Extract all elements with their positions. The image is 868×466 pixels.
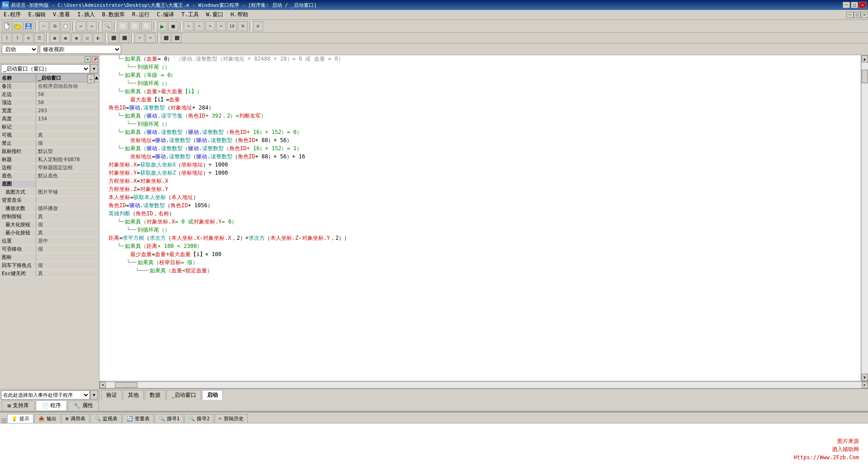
tb2-6[interactable]: ▦ [61,33,71,43]
scroll-up-arrow[interactable]: ▲ [862,55,868,62]
panel-close-btn[interactable]: × [85,56,91,62]
tb-view2[interactable]: ⬜ [129,21,140,31]
prop-row-loopcount[interactable]: 播放次数循环播放 [0,204,99,213]
bottom-pin-btn[interactable]: × [2,418,6,423]
close-button[interactable]: ✕ [859,2,866,8]
tb-stop[interactable]: ■ [168,21,178,31]
menu-minimize-btn[interactable]: ─ [846,12,854,18]
prop-row-border[interactable]: 边框窄标题固定边框 [0,164,99,172]
tb-view3[interactable]: ⬜ [141,21,152,31]
menu-run[interactable]: R.运行 [128,10,153,19]
prop-row-caption[interactable]: 标题私人定制批卡Q878 [0,156,99,164]
tb-run[interactable]: ▶ [157,21,167,31]
menu-close-btn[interactable]: ✕ [861,12,868,18]
tb2-11[interactable]: ⬛ [119,33,129,43]
tb2-10[interactable]: ⬛ [108,33,118,43]
prop-row-note[interactable]: 备注在程序启动后自动 [0,82,99,90]
tab-calltable[interactable]: ⊞ 调用表 [61,414,90,423]
tb-save[interactable] [24,21,33,31]
event-btn[interactable]: ▼ [90,390,98,399]
tb-redo[interactable]: ↪ [87,21,97,31]
tb-search[interactable]: 🔍 [102,21,112,31]
tab-program[interactable]: 📄 程序 [36,400,67,410]
menu-database[interactable]: B.数据库 [99,10,128,19]
event-dropdown[interactable]: 在此处选择加入事件处理子程序 [1,390,90,399]
props-more-btn[interactable]: … [87,74,94,83]
prop-row-visible[interactable]: 可视真 [0,131,99,139]
code-editor[interactable]: └─ 如果真（血量 = 0）'（驱动.读整数型（对象地址 + 82488 + 2… [99,55,861,381]
tb2-2[interactable]: ┤ [13,33,23,43]
tab-watch[interactable]: 🔍 监视表 [90,414,122,423]
tab-startup-window[interactable]: _启动窗口 [166,390,201,400]
menu-window[interactable]: W.窗口 [203,10,227,19]
prop-row-disabled[interactable]: 禁止假 [0,139,99,147]
tb2-7[interactable]: ▣ [71,33,81,43]
prop-row-top[interactable]: 顶边50 [0,99,99,107]
tab-search2[interactable]: 🔍 搜寻2 [184,414,214,423]
tb2-1[interactable]: ├ [2,33,12,43]
tab-data[interactable]: 数据 [145,390,165,400]
menu-insert[interactable]: I.插入 [74,10,98,19]
tb2-8[interactable]: ◫ [82,33,92,43]
h-scroll-right[interactable]: ► [862,382,868,388]
tb-debug3[interactable]: ↷ [205,21,215,31]
prop-row-bgmusic[interactable]: 背景音乐 [0,196,99,204]
menu-compile[interactable]: C.编译 [153,10,178,19]
tb-new[interactable] [2,21,12,31]
tab-validate[interactable]: 验证 [101,390,122,400]
window-dropdown[interactable]: _启动窗口（窗口） [1,64,90,73]
h-scroll-left[interactable]: ◄ [99,382,106,388]
tb2-13[interactable]: ➡ [146,33,156,43]
tb-debug1[interactable]: ↷ [184,21,193,31]
tb-cut[interactable]: ✂ [39,21,49,31]
menu-view[interactable]: V.查看 [49,10,74,19]
tb-view1[interactable]: ⬜ [118,21,128,31]
menu-help[interactable]: H.帮助 [227,10,251,19]
panel-pin-btn[interactable]: 📌 [92,56,98,62]
tab-search1[interactable]: 🔍 搜寻1 [155,414,184,423]
scroll-thumb[interactable] [862,70,868,83]
tab-vars[interactable]: 🔄 变量表 [123,414,154,423]
prop-row-icon[interactable]: 图标 [0,253,99,262]
prop-row-maxbtn[interactable]: 最大化按钮假 [0,221,99,229]
tb-extra[interactable]: ⚙ [253,21,263,31]
tb-copy[interactable]: ⧉ [50,21,60,31]
tb-paste[interactable]: 📋 [61,21,71,31]
tab-startup[interactable]: 启动 [202,390,223,400]
prop-row-movable[interactable]: 可否移动假 [0,245,99,253]
tab-hint[interactable]: 💡 提示 [7,414,33,423]
prop-row-bgimg[interactable]: 底图 [0,180,99,188]
menu-edit[interactable]: E.编辑 [24,10,49,19]
view-select[interactable]: 修改视距 [40,45,121,54]
minimize-button[interactable]: ─ [843,2,850,8]
tb2-14[interactable]: ⬛ [161,33,171,43]
prop-row-pos[interactable]: 位置居中 [0,237,99,245]
tb-debug5[interactable]: 10 [227,21,237,31]
tb2-12[interactable]: ⬅ [135,33,145,43]
h-scroll-thumb[interactable] [115,382,137,388]
menu-tools[interactable]: T.工具 [178,10,202,19]
prop-row-bgimgmode[interactable]: 底图方式图片平铺 [0,188,99,196]
code-vertical-scrollbar[interactable]: ▲ ▼ [861,55,868,381]
prop-row-width[interactable]: 宽度203 [0,107,99,115]
prop-row-height[interactable]: 高度134 [0,115,99,123]
menu-restore-btn[interactable]: □ [854,12,861,18]
restore-button[interactable]: □ [851,2,858,8]
scroll-down-arrow[interactable]: ▼ [862,374,868,381]
tb2-15[interactable]: ⬛ [172,33,182,43]
tb2-3[interactable]: ⊞ [24,33,33,43]
tab-cliphistory[interactable]: ✂ 剪辑历史 [215,414,248,423]
prop-row-left[interactable]: 左边50 [0,90,99,99]
tab-output[interactable]: 📤 输出 [34,414,61,423]
tab-attrs[interactable]: 🔧 属性 [68,400,99,410]
prop-row-minbtn[interactable]: 最小化按钮真 [0,229,99,237]
tb-undo[interactable]: ↩ [76,21,86,31]
prop-row-cursor[interactable]: 鼠标指针默认型 [0,147,99,156]
code-horizontal-scrollbar[interactable]: ◄ ► [99,381,868,388]
tb-open[interactable] [13,21,23,31]
tb-debug6[interactable]: 🖰 [238,21,248,31]
prop-row-escclose[interactable]: Esc键关闭真 [0,270,99,278]
tab-other[interactable]: 其他 [123,390,144,400]
tb2-5[interactable]: ▦ [50,33,60,43]
tab-lib[interactable]: ⊞ 支持库 [2,400,35,410]
